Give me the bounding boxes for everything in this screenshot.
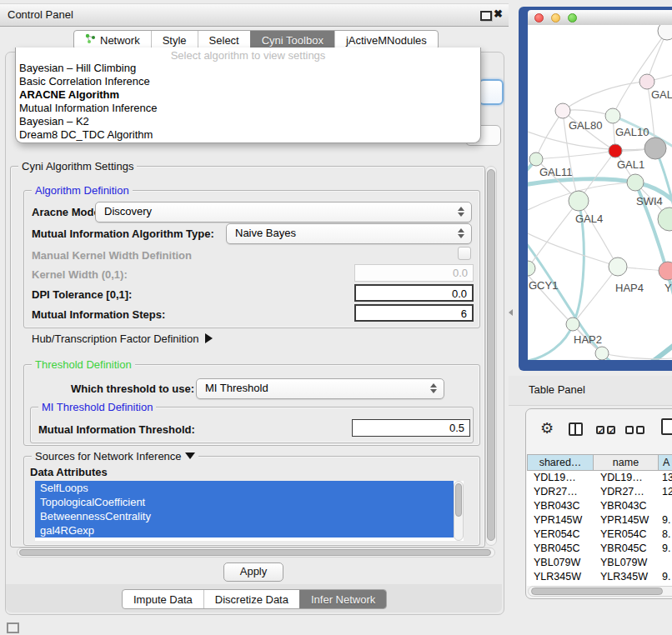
- column-header-shared[interactable]: shared…: [527, 454, 594, 471]
- minimize-button[interactable]: [551, 13, 560, 22]
- close-button[interactable]: [534, 13, 544, 22]
- network-node[interactable]: [528, 261, 535, 276]
- checked-checkbox-icon[interactable]: ✓: [607, 426, 615, 434]
- close-panel-icon[interactable]: ✖: [494, 8, 503, 20]
- float-panel-icon[interactable]: [480, 11, 492, 21]
- network-node[interactable]: [658, 208, 672, 231]
- apply-button[interactable]: Apply: [223, 562, 283, 582]
- attributes-scrollbar[interactable]: [454, 481, 464, 541]
- node-label: GAL80: [569, 119, 602, 132]
- dropdown-item[interactable]: Mutual Information Inference: [16, 102, 480, 115]
- table-header-row: shared… name A: [527, 454, 672, 471]
- table-cell: 12: [659, 485, 672, 499]
- network-graph[interactable]: GALGAL80GAL10GAL11GAL1SWI4GAL4GCY1HAP4YH…: [528, 25, 672, 360]
- settings-hscrollbar[interactable]: [17, 548, 495, 558]
- table-row[interactable]: YPR145WYPR145W9.: [527, 513, 672, 528]
- network-node[interactable]: [569, 191, 589, 211]
- network-canvas[interactable]: GALGAL80GAL10GAL11GAL1SWI4GAL4GCY1HAP4YH…: [528, 25, 672, 360]
- network-node[interactable]: [609, 258, 627, 276]
- table-row[interactable]: YBR043CYBR043C: [527, 499, 672, 513]
- checked-checkbox-icon[interactable]: ✓: [596, 426, 604, 434]
- network-node[interactable]: [555, 103, 570, 118]
- collapse-down-icon[interactable]: [185, 452, 195, 459]
- table-row[interactable]: YER054CYER054C8.: [527, 528, 672, 542]
- dpi-tolerance-field[interactable]: 0.0: [354, 284, 474, 302]
- split-column-icon[interactable]: [569, 422, 583, 436]
- data-attributes-label: Data Attributes: [30, 466, 108, 478]
- inference-algorithm-combobox[interactable]: [479, 79, 504, 105]
- dropdown-item[interactable]: Dream8 DC_TDC Algorithm: [16, 128, 480, 142]
- network-node[interactable]: [658, 25, 672, 40]
- node-label: HAP2: [574, 333, 602, 346]
- mi-steps-label: Mutual Information Steps:: [32, 308, 165, 321]
- tab-infer-network[interactable]: Infer Network: [299, 590, 386, 608]
- dropdown-item[interactable]: Bayesian – Hill Climbing: [16, 62, 480, 75]
- dock-panel-icon[interactable]: [7, 622, 19, 633]
- table-cell: YBR045C: [594, 542, 659, 556]
- table-cell: YBR043C: [527, 499, 594, 513]
- table-row[interactable]: YBR045CYBR045C9.: [527, 542, 672, 556]
- tab-cyni-toolbox[interactable]: Cyni Toolbox: [250, 31, 334, 49]
- network-node[interactable]: [605, 108, 620, 123]
- stepper-arrows-icon: [458, 207, 464, 217]
- table-row[interactable]: YDR27…YDR27…12: [527, 485, 672, 499]
- mi-threshold-label: Mutual Information Threshold:: [38, 423, 195, 436]
- network-node[interactable]: [595, 347, 609, 360]
- settings-vscrollbar-thumb[interactable]: [487, 169, 495, 541]
- kernel-width-field[interactable]: 0.0: [354, 264, 474, 282]
- which-threshold-label: Which threshold to use:: [71, 382, 194, 395]
- zoom-button[interactable]: [568, 13, 577, 22]
- aracne-mode-label: Aracne Mode:: [32, 206, 103, 218]
- attributes-scrollbar-thumb[interactable]: [455, 483, 462, 517]
- table-hscrollbar[interactable]: [528, 586, 672, 597]
- tab-network[interactable]: Network: [74, 31, 151, 49]
- network-node[interactable]: [627, 174, 644, 191]
- dropdown-item[interactable]: Bayesian – K2: [16, 115, 480, 128]
- mi-threshold-field[interactable]: 0.5: [352, 419, 470, 437]
- table-cell: YLR345W: [527, 570, 594, 584]
- network-node[interactable]: [529, 152, 543, 166]
- column-header-name[interactable]: name: [594, 454, 659, 471]
- dropdown-item-selected[interactable]: ARACNE Algorithm: [16, 88, 480, 102]
- settings-vscrollbar[interactable]: [485, 166, 497, 546]
- table-panel-bar: Table Panel: [509, 376, 672, 406]
- table-row[interactable]: YDL19…YDL19…13: [527, 471, 672, 485]
- tab-style[interactable]: Style: [151, 31, 198, 49]
- network-node[interactable]: [644, 138, 666, 159]
- tab-jactivemnodules-label: jActiveMNodules: [346, 34, 427, 47]
- unchecked-checkbox-icon[interactable]: [636, 426, 644, 434]
- gear-icon[interactable]: ⚙: [540, 421, 554, 436]
- hub-definition-expander[interactable]: Hub/Transcription Factor Definition: [32, 332, 213, 345]
- attribute-item-selected[interactable]: BetweennessCentrality: [35, 509, 454, 523]
- manual-kernel-checkbox[interactable]: [458, 247, 471, 260]
- table-row[interactable]: YLR345WYLR345W9.: [527, 570, 672, 584]
- document-icon[interactable]: [661, 418, 672, 435]
- algorithm-dropdown-list: Select algorithm to view settings Bayesi…: [15, 48, 481, 143]
- mi-type-combobox[interactable]: Naive Bayes: [226, 223, 472, 244]
- table-hscrollbar-thumb[interactable]: [531, 588, 663, 595]
- table-panel-title: Table Panel: [529, 383, 585, 396]
- tab-discretize-data[interactable]: Discretize Data: [203, 590, 299, 608]
- tab-select[interactable]: Select: [198, 31, 250, 49]
- tab-impute-data[interactable]: Impute Data: [123, 590, 203, 608]
- network-node[interactable]: [639, 74, 654, 89]
- aracne-mode-combobox[interactable]: Discovery: [95, 202, 472, 222]
- which-threshold-combobox[interactable]: MI Threshold: [196, 378, 444, 399]
- attribute-item-selected[interactable]: TopologicalCoefficient: [35, 495, 454, 509]
- network-node[interactable]: [566, 318, 579, 331]
- column-header-partial[interactable]: A: [659, 454, 672, 471]
- attribute-item-selected[interactable]: SelfLoops: [35, 481, 454, 495]
- mi-steps-field[interactable]: 6: [354, 304, 474, 322]
- attribute-item-selected[interactable]: gal4RGexp: [35, 523, 454, 538]
- network-node[interactable]: [609, 144, 622, 158]
- settings-hscrollbar-thumb[interactable]: [19, 549, 491, 556]
- table-row[interactable]: YBL079WYBL079W: [527, 556, 672, 570]
- split-collapse-icon[interactable]: [509, 309, 513, 316]
- dropdown-item[interactable]: Basic Correlation Inference: [16, 75, 480, 88]
- data-attributes-list: SelfLoops TopologicalCoefficient Between…: [35, 481, 464, 541]
- table-panel: ⚙ ✓ ✓ shared… name A YDL19…YDL19…13YDR27…: [525, 408, 672, 599]
- unchecked-checkbox-icon[interactable]: [625, 426, 634, 434]
- table-cell: YBL079W: [594, 556, 659, 570]
- tab-jactivemnodules[interactable]: jActiveMNodules: [334, 31, 438, 49]
- network-node[interactable]: [659, 262, 672, 280]
